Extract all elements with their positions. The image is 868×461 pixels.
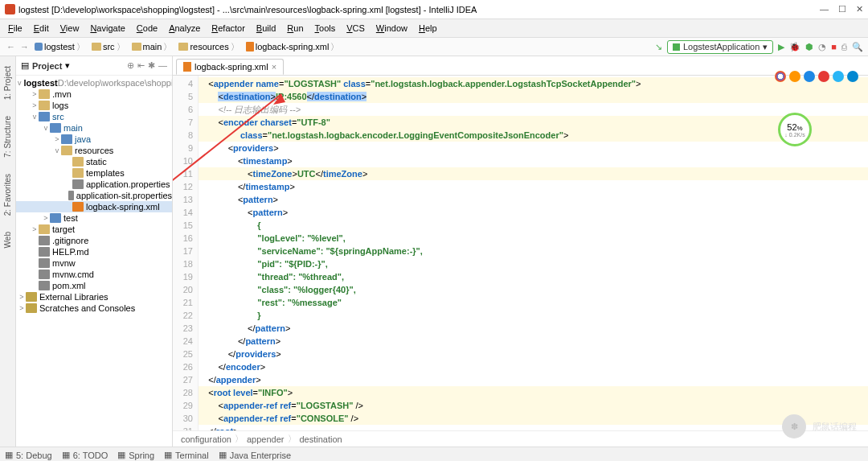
crumb-resources[interactable]: resources〉: [176, 41, 241, 53]
tree-node[interactable]: static: [16, 156, 172, 167]
bc-configuration[interactable]: configuration: [181, 434, 231, 444]
tree-node[interactable]: vmain: [16, 122, 172, 134]
menu-window[interactable]: Window: [371, 22, 412, 35]
crumb-main[interactable]: main〉: [129, 41, 175, 53]
crumb-logback-spring.xml[interactable]: logback-spring.xml〉: [244, 41, 342, 53]
status-item[interactable]: ▦Terminal: [164, 450, 209, 460]
tree-node[interactable]: mvnw.cmd: [16, 269, 172, 280]
chrome-icon[interactable]: [775, 71, 786, 82]
profile-button[interactable]: ◔: [818, 42, 826, 52]
tree-node[interactable]: >test: [16, 212, 172, 224]
debug-button[interactable]: 🐞: [789, 42, 800, 52]
tree-root[interactable]: vlogstest D:\develop\workspace\shopping\…: [16, 77, 172, 88]
minimize-button[interactable]: —: [820, 4, 829, 14]
tree-node[interactable]: >target: [16, 224, 172, 235]
scroll-target-icon[interactable]: ⊕: [127, 60, 134, 71]
tree-node[interactable]: application-sit.properties: [16, 190, 172, 201]
ie-icon[interactable]: [833, 71, 844, 82]
close-window-button[interactable]: ✕: [856, 4, 863, 14]
tree-node[interactable]: HELP.md: [16, 246, 172, 257]
tree-node[interactable]: pom.xml: [16, 280, 172, 291]
menu-build[interactable]: Build: [252, 22, 280, 35]
tree-node[interactable]: logback-spring.xml: [16, 201, 172, 212]
menu-navigate[interactable]: Navigate: [85, 22, 129, 35]
tab-label: logback-spring.xml: [194, 62, 268, 72]
title-bar: logstest [D:\develop\workspace\shopping\…: [0, 0, 868, 19]
watermark-text: 肥鼠话编程: [813, 421, 857, 433]
badge-unit: %: [797, 125, 803, 132]
stop-button[interactable]: ■: [831, 42, 837, 51]
tab-logback[interactable]: logback-spring.xml ×: [176, 59, 284, 75]
settings-icon[interactable]: ✱: [148, 60, 155, 71]
status-item[interactable]: ▦Spring: [117, 450, 154, 460]
perf-badge: 52% ↓ 0.2K/s: [778, 113, 812, 146]
tool-tab[interactable]: Web: [2, 225, 14, 254]
tree-node[interactable]: vsrc: [16, 111, 172, 122]
run-config-icon: [673, 43, 680, 51]
run-button[interactable]: ▶: [778, 42, 784, 52]
menu-bar: FileEditViewNavigateCodeAnalyzeRefactorB…: [0, 19, 868, 37]
nav-forward-button[interactable]: →: [18, 42, 31, 51]
badge-pct: 52: [787, 122, 796, 132]
tree-node[interactable]: >java: [16, 134, 172, 145]
menu-code[interactable]: Code: [132, 22, 162, 35]
tree-node[interactable]: vresources: [16, 145, 172, 156]
status-item[interactable]: ▦5: Debug: [5, 450, 52, 460]
search-icon[interactable]: 🔍: [852, 42, 863, 52]
status-item[interactable]: ▦Java Enterprise: [219, 450, 291, 460]
tree-node[interactable]: .gitignore: [16, 235, 172, 246]
menu-vcs[interactable]: VCS: [342, 22, 370, 35]
tree-node[interactable]: >.mvn: [16, 88, 172, 100]
menu-analyze[interactable]: Analyze: [164, 22, 205, 35]
tree-node[interactable]: >Scratches and Consoles: [16, 303, 172, 314]
hide-panel-icon[interactable]: —: [158, 60, 167, 71]
edge-icon[interactable]: [847, 71, 858, 82]
status-item[interactable]: ▦6: TODO: [62, 450, 108, 460]
tool-tab[interactable]: 1: Project: [2, 60, 14, 106]
menu-file[interactable]: File: [3, 22, 27, 35]
safari-icon[interactable]: [804, 71, 815, 82]
build-icon[interactable]: ↘: [655, 42, 662, 52]
tree-node[interactable]: >logs: [16, 100, 172, 111]
run-config-select[interactable]: LogstestApplication ▾: [667, 40, 773, 54]
browser-icons[interactable]: [775, 71, 858, 82]
close-tab-icon[interactable]: ×: [272, 62, 276, 72]
tree-node[interactable]: >External Libraries: [16, 291, 172, 303]
panel-title: Project: [32, 61, 62, 71]
xml-file-icon: [183, 62, 191, 72]
window-title: logstest [D:\develop\workspace\shopping\…: [18, 5, 477, 14]
menu-refactor[interactable]: Refactor: [207, 22, 250, 35]
run-config-label: LogstestApplication: [683, 42, 760, 51]
firefox-icon[interactable]: [789, 71, 800, 82]
editor-breadcrumb[interactable]: configuration〉appender〉destination: [173, 430, 868, 447]
tree-node[interactable]: application.properties: [16, 179, 172, 190]
crumb-logstest[interactable]: logstest〉: [32, 41, 88, 53]
editor: logback-spring.xml × 4567891011121314151…: [173, 56, 868, 447]
panel-dropdown-icon[interactable]: ▾: [65, 60, 70, 71]
git-button[interactable]: ⎙: [841, 42, 847, 51]
tool-tab[interactable]: 2: Favorites: [2, 167, 14, 222]
dropdown-icon: ▾: [763, 42, 768, 52]
menu-edit[interactable]: Edit: [29, 22, 54, 35]
tree-node[interactable]: mvnw: [16, 257, 172, 269]
nav-back-button[interactable]: ←: [5, 42, 17, 51]
menu-help[interactable]: Help: [414, 22, 442, 35]
menu-view[interactable]: View: [55, 22, 84, 35]
tool-tab[interactable]: 7: Structure: [2, 109, 14, 164]
project-tree[interactable]: vlogstest D:\develop\workspace\shopping\…: [16, 76, 172, 447]
maximize-button[interactable]: ☐: [838, 4, 846, 14]
coverage-button[interactable]: ⬢: [805, 42, 813, 52]
crumb-src[interactable]: src〉: [89, 41, 128, 53]
collapse-icon[interactable]: ⇤: [137, 60, 145, 71]
menu-tools[interactable]: Tools: [310, 22, 341, 35]
bc-destination[interactable]: destination: [300, 434, 342, 444]
bc-appender[interactable]: appender: [247, 434, 285, 444]
tree-node[interactable]: templates: [16, 167, 172, 179]
badge-rate: ↓ 0.2K/s: [784, 132, 805, 138]
project-view-icon: ▤: [21, 60, 29, 71]
menu-run[interactable]: Run: [282, 22, 308, 35]
line-gutter: 4567891011121314151617181920212223242526…: [173, 76, 199, 430]
code-content[interactable]: <appender name="LOGSTASH" class="net.log…: [199, 76, 868, 430]
app-icon: [5, 4, 15, 14]
opera-icon[interactable]: [818, 71, 829, 82]
